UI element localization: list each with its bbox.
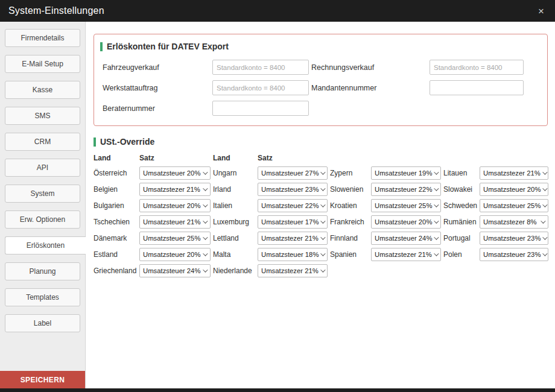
sidebar-item-sms[interactable]: SMS [5, 107, 80, 125]
vat-section-title-row: USt.-Override [94, 137, 550, 147]
fahrzeugverkauf-label: Fahrzeugverkauf [103, 63, 212, 72]
country-label: Schweden [443, 199, 477, 212]
vat-rate-select[interactable]: Umsatzsteuer 20% [139, 166, 211, 180]
country-label: Tschechien [94, 215, 137, 229]
chevron-down-icon [203, 251, 208, 256]
vat-row: BelgienUmsatzstezer 21%IrlandUmsatzsteue… [94, 183, 550, 196]
chevron-down-icon [321, 186, 326, 191]
country-label: Rumänien [443, 215, 477, 229]
column-header-land: Land [94, 154, 137, 162]
vat-rate-select[interactable]: Umsatzstezer 21% [139, 183, 211, 196]
vat-row: GriechenlandUmsatzsteuer 24%NiederlandeU… [94, 264, 550, 277]
vat-rate-value: Umsatzstezer 21% [483, 169, 541, 177]
country-label: Frankreich [330, 215, 369, 229]
chevron-down-icon [434, 218, 439, 223]
vat-rate-value: Umsatzsteuer 19% [375, 169, 432, 177]
vat-rate-select[interactable]: Umsatzstezer 8% [480, 215, 548, 229]
vat-rate-select[interactable]: Umsatzsteuer 20% [139, 248, 211, 261]
werkstattauftrag-label: Werkstattauftrag [103, 84, 212, 92]
sidebar-item-erlöskonten[interactable]: Erlöskonten [5, 236, 86, 254]
vat-rate-value: Umsatzsteuer 23% [483, 251, 541, 258]
column-header-satz: Satz [139, 154, 211, 162]
vat-rate-value: Umsatzsteuer 23% [483, 235, 541, 242]
vat-rate-value: Umsatzsteuer 20% [143, 202, 200, 209]
vat-rate-select[interactable]: Umsatzsteuer 25% [480, 199, 548, 212]
werkstattauftrag-input[interactable] [212, 80, 309, 95]
vat-rate-select[interactable]: Umsatzsteuer 27% [258, 166, 328, 180]
beraternummer-input[interactable] [212, 101, 309, 116]
chevron-down-icon [543, 235, 548, 239]
vat-rate-value: Umsatzsteuer 25% [143, 235, 200, 242]
chevron-down-icon [543, 186, 548, 191]
sidebar-item-kasse[interactable]: Kasse [5, 81, 80, 99]
sidebar: FirmendetailsE-Mail SetupKasseSMSCRMAPIS… [0, 22, 86, 388]
country-label: Italien [213, 199, 255, 212]
vat-rate-select[interactable]: Umsatzstezer 21% [480, 166, 548, 180]
chevron-down-icon [543, 202, 548, 207]
country-label: Zypern [330, 166, 369, 180]
country-label: Portugal [443, 232, 477, 245]
vat-rate-select[interactable]: Umsatzsteuer 24% [139, 264, 211, 277]
vat-rate-select[interactable]: Umsatzsteuer 21% [139, 215, 211, 229]
chevron-down-icon [320, 267, 325, 272]
vat-rate-select[interactable]: Umsatzsteuer 20% [480, 183, 548, 196]
sidebar-item-crm[interactable]: CRM [5, 133, 80, 151]
column-header-land: Land [213, 154, 255, 162]
vat-rate-value: Umsatzsteuer 24% [375, 235, 432, 242]
vat-rate-value: Umsatzstezer 21% [261, 267, 319, 274]
sidebar-item-api[interactable]: API [5, 159, 80, 177]
country-label: Luxemburg [213, 215, 255, 229]
sidebar-item-firmendetails[interactable]: Firmendetails [5, 29, 80, 47]
vat-rate-select[interactable]: Umsatzsteuer 18% [258, 248, 328, 261]
rechnungsverkauf-input[interactable] [430, 60, 524, 75]
sidebar-item-templates[interactable]: Templates [5, 288, 80, 306]
speichern-button[interactable]: SPEICHERN [0, 371, 85, 388]
vat-rate-select[interactable]: Umsatzstezer 21% [371, 248, 441, 261]
vat-rate-value: Umsatzsteuer 24% [143, 267, 200, 274]
sidebar-item-system[interactable]: System [5, 185, 80, 203]
vat-rate-value: Umsatzsteuer 23% [261, 186, 319, 193]
vat-rate-select[interactable]: Umsatzsteuer 17% [258, 215, 328, 229]
vat-rate-select[interactable]: Umsatzsteuer 24% [371, 232, 441, 245]
vat-rate-select[interactable]: Umsatzsteuer 23% [258, 183, 328, 196]
sidebar-item-label[interactable]: Label [5, 314, 80, 332]
vat-rate-value: Umsatzstezer 21% [261, 235, 319, 242]
chevron-down-icon [203, 202, 208, 207]
vat-rate-value: Umsatzsteuer 21% [143, 218, 200, 226]
chevron-down-icon [320, 235, 325, 239]
country-label: Irland [213, 183, 255, 196]
chevron-down-icon [434, 251, 439, 256]
datev-section-title-row: Erlöskonten für DATEV Export [100, 42, 539, 51]
vat-rate-select[interactable]: Umsatzsteuer 25% [371, 199, 441, 212]
country-label: Kroatien [330, 199, 369, 212]
vat-rate-value: Umsatzsteuer 17% [261, 218, 319, 226]
vat-rate-select[interactable]: Umsatzsteuer 19% [371, 166, 441, 180]
vat-rate-select[interactable]: Umsatzsteuer 20% [371, 215, 441, 229]
vat-rate-value: Umsatzsteuer 20% [143, 169, 200, 177]
vat-row: ÖsterreichUmsatzsteuer 20%UngarnUmsatzst… [94, 166, 550, 180]
vat-override-section: USt.-Override LandSatzLandSatz Österreic… [94, 137, 550, 277]
vat-rate-select[interactable]: Umsatzstezer 21% [258, 264, 328, 277]
vat-rate-select[interactable]: Umsatzsteuer 20% [139, 199, 211, 212]
vat-rate-select[interactable]: Umsatzsteuer 22% [258, 199, 328, 212]
sidebar-item-e-mail-setup[interactable]: E-Mail Setup [5, 55, 80, 73]
mandantennummer-input[interactable] [430, 80, 524, 95]
vat-row: BulgarienUmsatzsteuer 20%ItalienUmsatzst… [94, 199, 550, 212]
country-label: Slowenien [330, 183, 369, 196]
datev-section-title: Erlöskonten für DATEV Export [107, 42, 229, 51]
vat-row: TschechienUmsatzsteuer 21%LuxemburgUmsat… [94, 215, 550, 229]
chevron-down-icon [321, 169, 326, 174]
vat-rate-select[interactable]: Umsatzsteuer 23% [480, 232, 548, 245]
country-label: Ungarn [213, 166, 255, 180]
vat-rate-select[interactable]: Umsatzstezer 21% [258, 232, 328, 245]
vat-rate-select[interactable]: Umsatzsteuer 23% [480, 248, 548, 261]
sidebar-item-planung[interactable]: Planung [5, 262, 80, 280]
vat-rate-select[interactable]: Umsatzsteuer 22% [371, 183, 441, 196]
sidebar-item-erw-optionen[interactable]: Erw. Optionen [5, 210, 80, 229]
fahrzeugverkauf-input[interactable] [212, 60, 309, 75]
vat-rate-select[interactable]: Umsatzsteuer 25% [139, 232, 211, 245]
close-button[interactable]: × [536, 5, 547, 17]
country-label: Lettland [213, 232, 255, 245]
country-label: Spanien [330, 248, 369, 261]
datev-form: Fahrzeugverkauf Rechnungsverkauf Werksta… [103, 60, 539, 116]
